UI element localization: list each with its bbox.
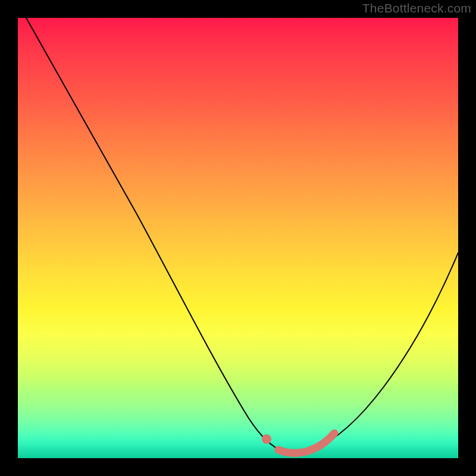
highlight-segment xyxy=(278,433,334,453)
highlight-dot xyxy=(262,434,271,444)
watermark-text: TheBottleneck.com xyxy=(362,1,471,15)
bottleneck-curve xyxy=(26,18,458,453)
chart-frame: TheBottleneck.com xyxy=(0,0,476,476)
plot-area xyxy=(18,18,458,458)
chart-svg xyxy=(18,18,458,458)
